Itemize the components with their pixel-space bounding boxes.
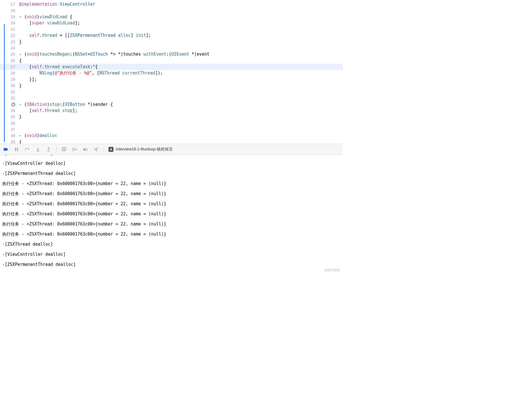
code-content[interactable]: [super viewDidLoad]; — [19, 20, 343, 26]
line-number[interactable]: 17 — [0, 1, 19, 7]
change-bar — [4, 24, 5, 142]
code-line[interactable]: 25- (void)touchesBegan:(NSSet<UITouch *>… — [0, 51, 343, 57]
code-line[interactable]: 22 self.thread = [[ZSXPermenantThread al… — [0, 32, 343, 38]
code-line[interactable]: 23} — [0, 39, 343, 45]
console-line: 执行任务 - <ZSXThread: 0x600001763c00>{numbe… — [2, 209, 341, 219]
console-line: -[ZSXPermenantThread dealloc] — [2, 259, 341, 270]
debug-target[interactable]: A Interview18-1-Runloop-线程保活 — [108, 147, 173, 152]
view-debug-icon[interactable] — [61, 147, 67, 152]
svg-point-8 — [76, 149, 77, 150]
code-line[interactable]: 17@implementation ViewController — [0, 1, 343, 7]
code-line[interactable]: 35} — [0, 114, 343, 120]
debug-target-label: Interview18-1-Runloop-线程保活 — [116, 147, 173, 152]
code-line[interactable]: 29 }]; — [0, 76, 343, 83]
app-badge-icon: A — [108, 147, 114, 152]
console-line: -[ViewController dealloc] — [2, 249, 341, 259]
line-number[interactable]: 19 — [0, 14, 19, 20]
line-number[interactable]: 30 — [0, 83, 19, 89]
line-number[interactable]: 18 — [0, 7, 19, 13]
line-number[interactable]: 31 — [0, 89, 19, 95]
line-number[interactable]: 25 — [0, 51, 19, 57]
code-content[interactable]: [self.thread executeTask:^{ — [19, 64, 343, 70]
console-line: 执行任务 - <ZSXThread: 0x600001763c00>{numbe… — [2, 199, 341, 209]
code-content[interactable]: @implementation ViewController — [19, 1, 343, 7]
svg-rect-0 — [15, 148, 16, 151]
line-number[interactable]: 35 — [0, 114, 19, 120]
code-line[interactable]: 27 [self.thread executeTask:^{ — [0, 64, 343, 70]
code-line[interactable]: 32 — [0, 95, 343, 101]
code-line[interactable]: 34 [self.thread stop]; — [0, 108, 343, 114]
console-line: [ZSXThread dealloc] — [2, 155, 341, 158]
step-out-icon[interactable] — [46, 147, 52, 152]
console-line: -[ViewController dealloc] — [2, 158, 341, 168]
code-content[interactable]: { — [19, 139, 343, 144]
svg-point-10 — [84, 149, 85, 150]
debug-toolbar: A Interview18-1-Runloop-线程保活 — [0, 144, 343, 155]
console-line: -[ZSXPermenantThread dealloc] — [2, 168, 341, 179]
watermark: @欧币杰普 — [325, 268, 340, 272]
debug-console[interactable]: [ZSXThread dealloc]-[ViewController deal… — [0, 155, 343, 274]
code-line[interactable]: - (IBAction)stop:(UIButton *)sender { — [0, 101, 343, 108]
breakpoints-toggle-icon[interactable] — [3, 147, 9, 152]
code-content[interactable]: } — [19, 39, 343, 45]
line-number[interactable]: 26 — [0, 58, 19, 64]
code-content[interactable]: } — [19, 114, 343, 120]
code-line[interactable]: 26{ — [0, 58, 343, 64]
code-line[interactable]: 21 — [0, 26, 343, 32]
code-line[interactable]: 37 — [0, 126, 343, 133]
code-line[interactable]: 19- (void)viewDidLoad { — [0, 14, 343, 20]
code-content[interactable]: [self.thread stop]; — [19, 108, 343, 114]
step-over-icon[interactable] — [24, 147, 30, 152]
code-content[interactable]: } — [19, 83, 343, 89]
svg-point-7 — [73, 150, 74, 151]
memory-graph-icon[interactable] — [72, 147, 78, 152]
line-number[interactable]: 24 — [0, 45, 19, 51]
code-content[interactable]: - (void)touchesBegan:(NSSet<UITouch *> *… — [19, 51, 343, 57]
console-line: -[ZSXThread dealloc] — [2, 239, 341, 249]
svg-point-6 — [73, 148, 74, 149]
line-number[interactable]: 20 — [0, 20, 19, 26]
line-number[interactable]: 36 — [0, 120, 19, 126]
line-number[interactable]: 38 — [0, 133, 19, 139]
code-line[interactable]: 39{ — [0, 139, 343, 144]
code-line[interactable]: 18 — [0, 7, 343, 13]
console-line: 执行任务 - <ZSXThread: 0x600001763c00>{numbe… — [2, 189, 341, 199]
svg-rect-1 — [17, 148, 18, 151]
step-into-icon[interactable] — [35, 147, 41, 152]
line-number[interactable]: 34 — [0, 108, 19, 114]
line-number[interactable]: 39 — [0, 139, 19, 144]
toolbar-separator — [104, 147, 104, 152]
code-content[interactable]: { — [19, 58, 343, 64]
location-icon[interactable] — [93, 147, 99, 152]
console-line: 执行任务 - <ZSXThread: 0x600001763c00>{numbe… — [2, 229, 341, 239]
toolbar-separator — [56, 147, 56, 152]
code-content[interactable]: - (IBAction)stop:(UIButton *)sender { — [19, 101, 343, 108]
line-number[interactable]: 32 — [0, 95, 19, 101]
code-line[interactable]: 28 NSLog(@"执行任务 - %@", [NSThread current… — [0, 70, 343, 76]
code-line[interactable]: 31 — [0, 89, 343, 95]
line-number[interactable]: 21 — [0, 26, 19, 32]
environment-overrides-icon[interactable] — [82, 147, 89, 152]
console-line: 执行任务 - <ZSXThread: 0x600001763c00>{numbe… — [2, 219, 341, 229]
code-content[interactable]: }]; — [19, 76, 343, 83]
code-line[interactable]: 36 — [0, 120, 343, 126]
code-line[interactable]: 38- (void)dealloc — [0, 133, 343, 139]
console-line: 执行任务 - <ZSXThread: 0x600001763c00>{numbe… — [2, 179, 341, 189]
line-number[interactable]: 22 — [0, 32, 19, 38]
code-content[interactable]: NSLog(@"执行任务 - %@", [NSThread currentThr… — [19, 70, 343, 76]
code-line[interactable]: 24 — [0, 45, 343, 51]
code-content[interactable]: - (void)viewDidLoad { — [19, 14, 343, 20]
code-line[interactable]: 20 [super viewDidLoad]; — [0, 20, 343, 26]
line-number[interactable]: 27 — [0, 64, 19, 70]
line-number[interactable]: 37 — [0, 126, 19, 133]
breakpoint-indicator-icon[interactable] — [12, 103, 15, 106]
line-number[interactable]: 28 — [0, 70, 19, 76]
line-number[interactable]: 29 — [0, 76, 19, 83]
line-number[interactable]: 23 — [0, 39, 19, 45]
pause-icon[interactable] — [13, 147, 20, 152]
line-number[interactable] — [0, 101, 19, 108]
code-content[interactable]: - (void)dealloc — [19, 133, 343, 139]
code-line[interactable]: 30} — [0, 83, 343, 89]
code-editor[interactable]: 17@implementation ViewController1819- (v… — [0, 0, 343, 144]
code-content[interactable]: self.thread = [[ZSXPermenantThread alloc… — [19, 32, 343, 38]
